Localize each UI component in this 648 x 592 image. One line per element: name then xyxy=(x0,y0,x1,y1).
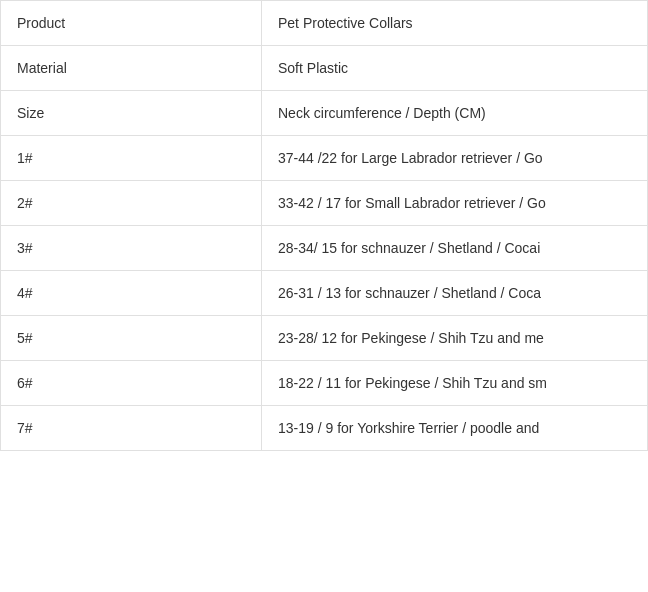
value-size5: 23-28/ 12 for Pekingese / Shih Tzu and m… xyxy=(278,330,544,346)
cell-right-size4: 26-31 / 13 for schnauzer / Shetland / Co… xyxy=(262,271,648,315)
cell-left-size: Size xyxy=(0,91,262,135)
table-row: MaterialSoft Plastic xyxy=(0,46,648,91)
table-row: 7#13-19 / 9 for Yorkshire Terrier / pood… xyxy=(0,406,648,451)
value-size: Neck circumference / Depth (CM) xyxy=(278,105,486,121)
cell-left-size6: 6# xyxy=(0,361,262,405)
label-size: Size xyxy=(17,105,44,121)
cell-left-size2: 2# xyxy=(0,181,262,225)
cell-right-material: Soft Plastic xyxy=(262,46,648,90)
cell-right-size3: 28-34/ 15 for schnauzer / Shetland / Coc… xyxy=(262,226,648,270)
value-material: Soft Plastic xyxy=(278,60,348,76)
value-size1: 37-44 /22 for Large Labrador retriever /… xyxy=(278,150,543,166)
table-row: 4#26-31 / 13 for schnauzer / Shetland / … xyxy=(0,271,648,316)
value-size6: 18-22 / 11 for Pekingese / Shih Tzu and … xyxy=(278,375,547,391)
label-size7: 7# xyxy=(17,420,33,436)
table-row: ProductPet Protective Collars xyxy=(0,0,648,46)
label-product: Product xyxy=(17,15,65,31)
cell-left-material: Material xyxy=(0,46,262,90)
label-size2: 2# xyxy=(17,195,33,211)
cell-right-size2: 33-42 / 17 for Small Labrador retriever … xyxy=(262,181,648,225)
cell-right-size7: 13-19 / 9 for Yorkshire Terrier / poodle… xyxy=(262,406,648,450)
value-size4: 26-31 / 13 for schnauzer / Shetland / Co… xyxy=(278,285,541,301)
value-size2: 33-42 / 17 for Small Labrador retriever … xyxy=(278,195,546,211)
table-row: 5#23-28/ 12 for Pekingese / Shih Tzu and… xyxy=(0,316,648,361)
value-size7: 13-19 / 9 for Yorkshire Terrier / poodle… xyxy=(278,420,539,436)
cell-left-product: Product xyxy=(0,1,262,45)
cell-right-size5: 23-28/ 12 for Pekingese / Shih Tzu and m… xyxy=(262,316,648,360)
cell-right-size1: 37-44 /22 for Large Labrador retriever /… xyxy=(262,136,648,180)
label-size5: 5# xyxy=(17,330,33,346)
label-size6: 6# xyxy=(17,375,33,391)
label-size3: 3# xyxy=(17,240,33,256)
cell-left-size7: 7# xyxy=(0,406,262,450)
label-material: Material xyxy=(17,60,67,76)
cell-right-product: Pet Protective Collars xyxy=(262,1,648,45)
cell-left-size4: 4# xyxy=(0,271,262,315)
label-size4: 4# xyxy=(17,285,33,301)
cell-left-size5: 5# xyxy=(0,316,262,360)
label-size1: 1# xyxy=(17,150,33,166)
value-product: Pet Protective Collars xyxy=(278,15,413,31)
table-row: 2#33-42 / 17 for Small Labrador retrieve… xyxy=(0,181,648,226)
table-row: 6#18-22 / 11 for Pekingese / Shih Tzu an… xyxy=(0,361,648,406)
cell-right-size6: 18-22 / 11 for Pekingese / Shih Tzu and … xyxy=(262,361,648,405)
cell-left-size1: 1# xyxy=(0,136,262,180)
table-row: SizeNeck circumference / Depth (CM) xyxy=(0,91,648,136)
cell-right-size: Neck circumference / Depth (CM) xyxy=(262,91,648,135)
cell-left-size3: 3# xyxy=(0,226,262,270)
value-size3: 28-34/ 15 for schnauzer / Shetland / Coc… xyxy=(278,240,540,256)
table-row: 1#37-44 /22 for Large Labrador retriever… xyxy=(0,136,648,181)
table-row: 3#28-34/ 15 for schnauzer / Shetland / C… xyxy=(0,226,648,271)
product-table: ProductPet Protective CollarsMaterialSof… xyxy=(0,0,648,451)
